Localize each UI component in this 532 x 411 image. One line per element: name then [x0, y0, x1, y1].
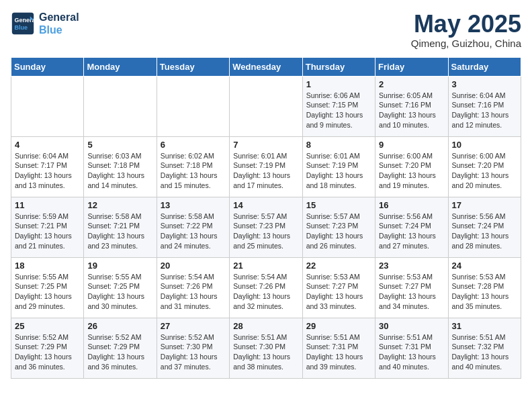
day-number: 26 — [87, 321, 152, 331]
day-info: Sunrise: 6:01 AM Sunset: 7:19 PM Dayligh… — [306, 151, 371, 191]
day-info: Sunrise: 6:00 AM Sunset: 7:20 PM Dayligh… — [452, 151, 517, 191]
weekday-header-tuesday: Tuesday — [157, 57, 229, 76]
day-info: Sunrise: 6:04 AM Sunset: 7:17 PM Dayligh… — [15, 151, 80, 191]
day-cell: 20Sunrise: 5:54 AM Sunset: 7:26 PM Dayli… — [157, 257, 229, 318]
day-number: 19 — [87, 261, 152, 271]
day-info: Sunrise: 5:59 AM Sunset: 7:21 PM Dayligh… — [15, 212, 80, 251]
weekday-header-saturday: Saturday — [448, 57, 521, 76]
day-number: 9 — [379, 140, 444, 150]
day-cell: 22Sunrise: 5:53 AM Sunset: 7:27 PM Dayli… — [302, 257, 375, 318]
day-number: 28 — [233, 321, 298, 331]
day-cell: 31Sunrise: 5:51 AM Sunset: 7:32 PM Dayli… — [448, 318, 521, 378]
day-cell: 23Sunrise: 5:53 AM Sunset: 7:27 PM Dayli… — [375, 257, 448, 318]
day-cell: 2Sunrise: 6:05 AM Sunset: 7:16 PM Daylig… — [375, 76, 448, 136]
logo-icon: General Blue — [11, 11, 35, 36]
svg-text:General: General — [14, 17, 35, 24]
day-cell: 25Sunrise: 5:52 AM Sunset: 7:29 PM Dayli… — [11, 318, 84, 378]
day-cell: 10Sunrise: 6:00 AM Sunset: 7:20 PM Dayli… — [448, 136, 521, 197]
title-block: May 2025 Qimeng, Guizhou, China — [411, 11, 521, 49]
day-cell: 17Sunrise: 5:56 AM Sunset: 7:24 PM Dayli… — [448, 197, 521, 257]
day-info: Sunrise: 5:56 AM Sunset: 7:24 PM Dayligh… — [379, 212, 444, 251]
day-info: Sunrise: 5:51 AM Sunset: 7:32 PM Dayligh… — [452, 332, 517, 372]
day-cell: 14Sunrise: 5:57 AM Sunset: 7:23 PM Dayli… — [230, 197, 302, 257]
day-info: Sunrise: 5:53 AM Sunset: 7:27 PM Dayligh… — [306, 272, 371, 312]
day-info: Sunrise: 5:58 AM Sunset: 7:22 PM Dayligh… — [161, 212, 226, 251]
day-number: 6 — [161, 140, 226, 150]
logo: General Blue General Blue — [11, 11, 79, 36]
day-info: Sunrise: 5:54 AM Sunset: 7:26 PM Dayligh… — [161, 272, 226, 312]
day-number: 23 — [379, 261, 444, 271]
day-info: Sunrise: 6:04 AM Sunset: 7:16 PM Dayligh… — [452, 91, 517, 130]
day-cell — [84, 76, 157, 136]
week-row-3: 11Sunrise: 5:59 AM Sunset: 7:21 PM Dayli… — [11, 197, 521, 257]
svg-text:Blue: Blue — [14, 24, 28, 31]
day-cell: 6Sunrise: 6:02 AM Sunset: 7:18 PM Daylig… — [157, 136, 229, 197]
month-title: May 2025 — [411, 11, 521, 38]
day-number: 31 — [452, 321, 517, 331]
weekday-header-friday: Friday — [375, 57, 448, 76]
day-cell: 24Sunrise: 5:53 AM Sunset: 7:28 PM Dayli… — [448, 257, 521, 318]
day-info: Sunrise: 5:54 AM Sunset: 7:26 PM Dayligh… — [233, 272, 298, 312]
day-info: Sunrise: 5:57 AM Sunset: 7:23 PM Dayligh… — [233, 212, 298, 251]
day-info: Sunrise: 5:51 AM Sunset: 7:31 PM Dayligh… — [379, 332, 444, 372]
calendar-table: SundayMondayTuesdayWednesdayThursdayFrid… — [11, 57, 521, 379]
page-header: General Blue General Blue May 2025 Qimen… — [11, 11, 521, 49]
day-number: 4 — [15, 140, 80, 150]
day-cell: 11Sunrise: 5:59 AM Sunset: 7:21 PM Dayli… — [11, 197, 84, 257]
day-cell: 30Sunrise: 5:51 AM Sunset: 7:31 PM Dayli… — [375, 318, 448, 378]
week-row-4: 18Sunrise: 5:55 AM Sunset: 7:25 PM Dayli… — [11, 257, 521, 318]
day-info: Sunrise: 5:52 AM Sunset: 7:29 PM Dayligh… — [87, 332, 152, 372]
day-cell: 13Sunrise: 5:58 AM Sunset: 7:22 PM Dayli… — [157, 197, 229, 257]
day-number: 8 — [306, 140, 371, 150]
day-info: Sunrise: 5:53 AM Sunset: 7:27 PM Dayligh… — [379, 272, 444, 312]
day-info: Sunrise: 5:55 AM Sunset: 7:25 PM Dayligh… — [87, 272, 152, 312]
day-cell: 5Sunrise: 6:03 AM Sunset: 7:18 PM Daylig… — [84, 136, 157, 197]
day-cell: 7Sunrise: 6:01 AM Sunset: 7:19 PM Daylig… — [230, 136, 302, 197]
logo-text-blue: Blue — [39, 24, 79, 36]
day-number: 10 — [452, 140, 517, 150]
day-number: 18 — [15, 261, 80, 271]
day-cell: 8Sunrise: 6:01 AM Sunset: 7:19 PM Daylig… — [302, 136, 375, 197]
day-number: 27 — [161, 321, 226, 331]
day-number: 30 — [379, 321, 444, 331]
day-number: 14 — [233, 200, 298, 210]
day-cell: 21Sunrise: 5:54 AM Sunset: 7:26 PM Dayli… — [230, 257, 302, 318]
logo-text-general: General — [39, 11, 79, 24]
day-cell — [11, 76, 84, 136]
week-row-5: 25Sunrise: 5:52 AM Sunset: 7:29 PM Dayli… — [11, 318, 521, 378]
day-cell: 15Sunrise: 5:57 AM Sunset: 7:23 PM Dayli… — [302, 197, 375, 257]
day-cell: 19Sunrise: 5:55 AM Sunset: 7:25 PM Dayli… — [84, 257, 157, 318]
weekday-header-monday: Monday — [84, 57, 157, 76]
day-cell: 12Sunrise: 5:58 AM Sunset: 7:21 PM Dayli… — [84, 197, 157, 257]
week-row-2: 4Sunrise: 6:04 AM Sunset: 7:17 PM Daylig… — [11, 136, 521, 197]
day-number: 17 — [452, 200, 517, 210]
day-info: Sunrise: 6:02 AM Sunset: 7:18 PM Dayligh… — [161, 151, 226, 191]
day-cell: 4Sunrise: 6:04 AM Sunset: 7:17 PM Daylig… — [11, 136, 84, 197]
weekday-header-row: SundayMondayTuesdayWednesdayThursdayFrid… — [11, 57, 521, 76]
day-info: Sunrise: 5:53 AM Sunset: 7:28 PM Dayligh… — [452, 272, 517, 312]
day-info: Sunrise: 5:51 AM Sunset: 7:30 PM Dayligh… — [233, 332, 298, 372]
day-number: 15 — [306, 200, 371, 210]
day-cell: 27Sunrise: 5:52 AM Sunset: 7:30 PM Dayli… — [157, 318, 229, 378]
day-number: 2 — [379, 79, 444, 89]
weekday-header-wednesday: Wednesday — [230, 57, 302, 76]
day-number: 21 — [233, 261, 298, 271]
day-cell: 9Sunrise: 6:00 AM Sunset: 7:20 PM Daylig… — [375, 136, 448, 197]
day-info: Sunrise: 5:52 AM Sunset: 7:30 PM Dayligh… — [161, 332, 226, 372]
day-cell: 26Sunrise: 5:52 AM Sunset: 7:29 PM Dayli… — [84, 318, 157, 378]
day-number: 12 — [87, 200, 152, 210]
day-info: Sunrise: 5:52 AM Sunset: 7:29 PM Dayligh… — [15, 332, 80, 372]
day-info: Sunrise: 5:56 AM Sunset: 7:24 PM Dayligh… — [452, 212, 517, 251]
day-number: 22 — [306, 261, 371, 271]
week-row-1: 1Sunrise: 6:06 AM Sunset: 7:15 PM Daylig… — [11, 76, 521, 136]
location: Qimeng, Guizhou, China — [411, 38, 521, 49]
weekday-header-sunday: Sunday — [11, 57, 84, 76]
day-number: 1 — [306, 79, 371, 89]
day-cell: 29Sunrise: 5:51 AM Sunset: 7:31 PM Dayli… — [302, 318, 375, 378]
day-number: 5 — [87, 140, 152, 150]
day-cell: 3Sunrise: 6:04 AM Sunset: 7:16 PM Daylig… — [448, 76, 521, 136]
day-info: Sunrise: 6:06 AM Sunset: 7:15 PM Dayligh… — [306, 91, 371, 130]
day-cell — [157, 76, 229, 136]
day-number: 11 — [15, 200, 80, 210]
day-info: Sunrise: 5:51 AM Sunset: 7:31 PM Dayligh… — [306, 332, 371, 372]
